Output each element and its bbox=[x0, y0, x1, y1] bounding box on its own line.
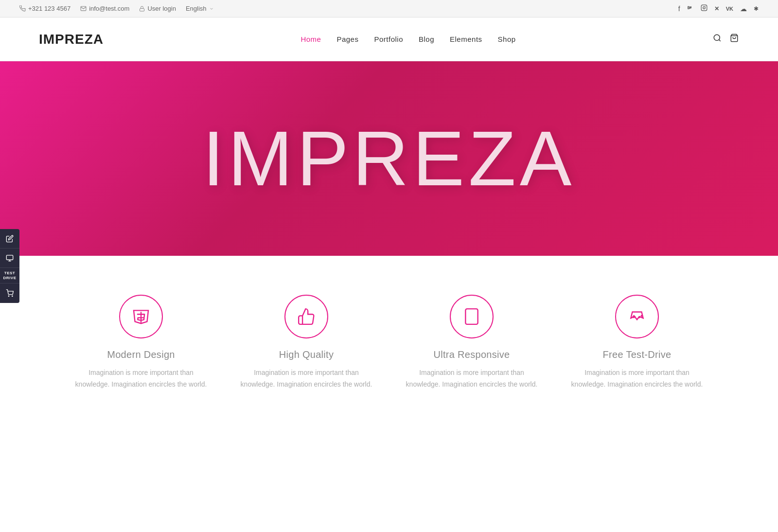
search-icon[interactable] bbox=[713, 34, 722, 45]
logo-bold: IMPREZA bbox=[39, 32, 104, 47]
main-nav: Home Pages Portfolio Blog Elements Shop bbox=[301, 35, 515, 43]
top-bar-left: +321 123 4567 info@test.com User login E… bbox=[19, 5, 214, 12]
html5-icon bbox=[132, 307, 150, 326]
features-section: Modern Design Imagination is more import… bbox=[0, 256, 778, 429]
xing-icon[interactable]: ✕ bbox=[714, 5, 719, 12]
thumbs-up-icon bbox=[297, 307, 316, 326]
svg-rect-7 bbox=[6, 255, 13, 259]
gamepad-icon-wrap bbox=[615, 295, 659, 338]
feature-high-quality-title: High Quality bbox=[279, 349, 334, 360]
nav-blog[interactable]: Blog bbox=[419, 35, 434, 43]
svg-point-11 bbox=[12, 296, 13, 296]
sidebar-monitor-button[interactable] bbox=[0, 248, 19, 268]
tablet-icon bbox=[462, 307, 481, 326]
svg-line-5 bbox=[719, 39, 720, 41]
header: IMPREZA Home Pages Portfolio Blog Elemen… bbox=[0, 18, 778, 61]
feature-ultra-responsive-desc: Imagination is more important than knowl… bbox=[404, 367, 540, 390]
nav-pages[interactable]: Pages bbox=[336, 35, 358, 43]
svg-rect-12 bbox=[465, 309, 477, 324]
top-bar-social: f ✕ VK ☁ ✱ bbox=[678, 4, 759, 13]
feature-free-test-drive-title: Free Test-Drive bbox=[603, 349, 672, 360]
feature-free-test-drive-desc: Imagination is more important than knowl… bbox=[569, 367, 705, 390]
header-icons bbox=[713, 34, 739, 45]
phone-info: +321 123 4567 bbox=[19, 5, 71, 12]
hero-title: IMPREZA bbox=[202, 120, 575, 197]
feature-ultra-responsive-title: Ultra Responsive bbox=[433, 349, 510, 360]
email-icon bbox=[80, 5, 87, 12]
cart-icon[interactable] bbox=[729, 34, 739, 45]
nav-portfolio[interactable]: Portfolio bbox=[374, 35, 403, 43]
hero-section: IMPREZA bbox=[0, 61, 778, 256]
phone-text: +321 123 4567 bbox=[28, 5, 71, 12]
feature-modern-design-title: Modern Design bbox=[107, 349, 175, 360]
svg-point-3 bbox=[705, 6, 706, 6]
phone-icon bbox=[19, 5, 26, 12]
feature-modern-design: Modern Design Imagination is more import… bbox=[73, 295, 209, 390]
shopping-cart-icon bbox=[6, 289, 14, 297]
facebook-icon[interactable]: f bbox=[678, 5, 680, 13]
nav-elements[interactable]: Elements bbox=[450, 35, 482, 43]
thumbup-icon-wrap bbox=[284, 295, 328, 338]
email-text: info@test.com bbox=[89, 5, 129, 12]
svg-rect-0 bbox=[140, 8, 144, 11]
pencil-icon bbox=[6, 234, 14, 242]
tablet-icon-wrap bbox=[450, 295, 494, 338]
svg-point-10 bbox=[8, 296, 9, 296]
feature-ultra-responsive: Ultra Responsive Imagination is more imp… bbox=[404, 295, 540, 390]
sidebar-test-drive-button[interactable]: TEST DRIVE bbox=[0, 268, 19, 284]
svg-rect-1 bbox=[701, 5, 707, 11]
vk-icon[interactable]: VK bbox=[726, 6, 733, 12]
login-info[interactable]: User login bbox=[139, 5, 176, 12]
language-selector[interactable]: English bbox=[186, 5, 214, 12]
feature-modern-design-desc: Imagination is more important than knowl… bbox=[73, 367, 209, 390]
yelp-icon[interactable]: ✱ bbox=[754, 5, 759, 12]
nav-shop[interactable]: Shop bbox=[498, 35, 516, 43]
test-drive-label: TEST DRIVE bbox=[1, 271, 18, 280]
logo[interactable]: IMPREZA bbox=[39, 32, 104, 47]
soundcloud-icon[interactable]: ☁ bbox=[740, 5, 747, 13]
html5-icon-wrap bbox=[119, 295, 163, 338]
feature-high-quality: High Quality Imagination is more importa… bbox=[238, 295, 374, 390]
gamepad-icon bbox=[628, 307, 646, 326]
feature-free-test-drive: Free Test-Drive Imagination is more impo… bbox=[569, 295, 705, 390]
chevron-down-icon bbox=[209, 6, 214, 11]
svg-point-4 bbox=[714, 35, 720, 40]
top-bar: +321 123 4567 info@test.com User login E… bbox=[0, 0, 778, 18]
lock-icon bbox=[139, 6, 145, 12]
feature-high-quality-desc: Imagination is more important than knowl… bbox=[238, 367, 374, 390]
sidebar-cart-button[interactable] bbox=[0, 284, 19, 303]
behance-icon[interactable] bbox=[687, 4, 694, 13]
email-info: info@test.com bbox=[80, 5, 129, 12]
language-text: English bbox=[186, 5, 207, 12]
instagram-icon[interactable] bbox=[701, 4, 707, 13]
sidebar-float: TEST DRIVE bbox=[0, 229, 19, 303]
login-text: User login bbox=[147, 5, 176, 12]
sidebar-edit-button[interactable] bbox=[0, 229, 19, 248]
monitor-icon bbox=[6, 254, 14, 262]
nav-home[interactable]: Home bbox=[301, 35, 321, 43]
bottom-area bbox=[0, 429, 778, 488]
svg-point-2 bbox=[703, 7, 705, 9]
